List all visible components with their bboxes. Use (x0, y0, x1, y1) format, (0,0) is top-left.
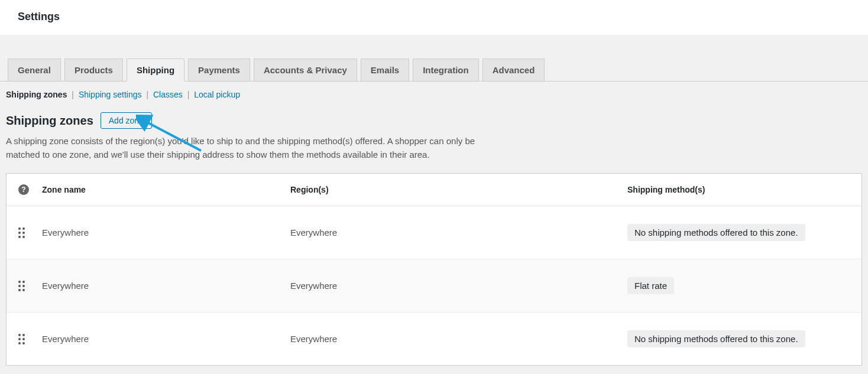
drag-handle-icon[interactable] (18, 227, 25, 238)
zone-region-cell: Everywhere (290, 281, 627, 291)
table-row[interactable]: Everywhere Everywhere No shipping method… (7, 206, 861, 259)
section-title: Shipping zones (6, 114, 93, 128)
method-badge: Flat rate (627, 277, 674, 294)
separator: | (146, 90, 148, 99)
separator: | (187, 90, 190, 99)
zone-method-cell: No shipping methods offered to this zone… (627, 224, 850, 241)
subtab-shipping-settings[interactable]: Shipping settings (79, 90, 142, 99)
tab-general[interactable]: General (8, 58, 61, 81)
separator: | (72, 90, 74, 99)
tab-integration[interactable]: Integration (413, 58, 479, 81)
table-row[interactable]: Everywhere Everywhere No shipping method… (7, 313, 861, 365)
column-header-shipping-method: Shipping method(s) (627, 185, 850, 194)
tab-products[interactable]: Products (64, 58, 123, 81)
method-badge: No shipping methods offered to this zone… (627, 224, 805, 241)
zone-method-cell: Flat rate (627, 277, 850, 294)
subtabs-nav: Shipping zones | Shipping settings | Cla… (0, 82, 868, 108)
table-header-row: ? Zone name Region(s) Shipping method(s) (7, 174, 861, 206)
subtab-classes[interactable]: Classes (153, 90, 183, 99)
tab-accounts-privacy[interactable]: Accounts & Privacy (254, 58, 357, 81)
tabs-nav: General Products Shipping Payments Accou… (0, 35, 868, 82)
tab-payments[interactable]: Payments (188, 58, 250, 81)
help-icon[interactable]: ? (18, 184, 29, 195)
page-title: Settings (18, 11, 850, 23)
zones-table: ? Zone name Region(s) Shipping method(s)… (6, 173, 862, 366)
method-badge: No shipping methods offered to this zone… (627, 330, 805, 347)
table-row[interactable]: Everywhere Everywhere Flat rate (7, 259, 861, 313)
drag-handle-icon[interactable] (18, 281, 25, 291)
zone-name-cell: Everywhere (42, 281, 290, 291)
subtab-local-pickup[interactable]: Local pickup (194, 90, 240, 99)
section-description: A shipping zone consists of the region(s… (0, 135, 514, 173)
tab-advanced[interactable]: Advanced (482, 58, 545, 81)
column-header-zone-name: Zone name (42, 185, 290, 194)
zone-region-cell: Everywhere (290, 227, 627, 238)
zone-name-cell: Everywhere (42, 227, 290, 238)
subtab-shipping-zones[interactable]: Shipping zones (6, 90, 67, 99)
drag-handle-icon[interactable] (18, 334, 25, 344)
zone-region-cell: Everywhere (290, 334, 627, 344)
tab-emails[interactable]: Emails (361, 58, 409, 81)
tab-shipping[interactable]: Shipping (127, 58, 184, 82)
add-zone-button[interactable]: Add zone (101, 112, 152, 129)
zone-name-cell: Everywhere (42, 334, 290, 344)
zone-method-cell: No shipping methods offered to this zone… (627, 330, 850, 347)
column-header-region: Region(s) (290, 185, 627, 194)
